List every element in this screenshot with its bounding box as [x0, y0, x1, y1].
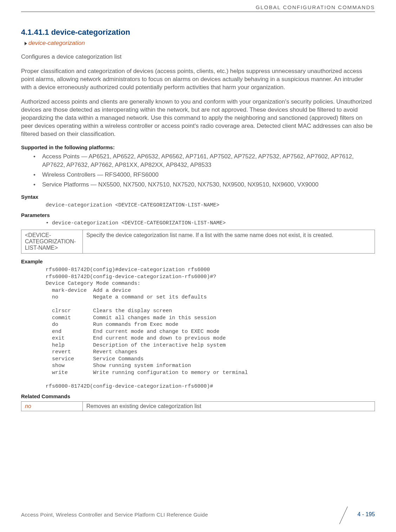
footer-divider-icon: [336, 507, 350, 521]
related-cmd: no: [21, 402, 83, 411]
supported-heading: Supported in the following platforms:: [21, 144, 375, 150]
table-row: no Removes an existing device categoriza…: [21, 402, 375, 411]
example-code: rfs6000-81742D(config)#device-categoriza…: [46, 267, 375, 390]
parameters-table: <DEVICE-CATEGORIZATION-LIST-NAME> Specif…: [21, 230, 375, 254]
footer-title: Access Point, Wireless Controller and Se…: [21, 512, 208, 518]
supported-list: Access Points — AP6521, AP6522, AP6532, …: [21, 152, 375, 189]
intro-text: Configures a device categorization list: [21, 53, 375, 61]
breadcrumb-text: device-categorization: [28, 40, 85, 46]
example-heading: Example: [21, 258, 375, 264]
breadcrumb: device-categorization: [25, 40, 375, 47]
syntax-heading: Syntax: [21, 194, 375, 200]
related-table: no Removes an existing device categoriza…: [21, 401, 375, 411]
paragraph-1: Proper classification and categorization…: [21, 67, 375, 92]
page-footer: Access Point, Wireless Controller and Se…: [21, 507, 375, 521]
param-name: <DEVICE-CATEGORIZATION-LIST-NAME>: [21, 230, 83, 254]
list-item: Service Platforms — NX5500, NX7500, NX75…: [21, 180, 375, 189]
header-rule: [21, 12, 375, 12]
page-number: 4 - 195: [357, 511, 375, 518]
arrow-icon: [25, 42, 27, 45]
paragraph-2: Authorized access points and clients are…: [21, 98, 375, 138]
related-heading: Related Commands: [21, 393, 375, 399]
footer-right: 4 - 195: [336, 507, 375, 521]
table-row: <DEVICE-CATEGORIZATION-LIST-NAME> Specif…: [21, 230, 375, 254]
parameters-bullet: • device-categorization <DEVICE-CATEGORI…: [46, 220, 375, 226]
header-context: GLOBAL CONFIGURATION COMMANDS: [21, 0, 375, 10]
section-title: 4.1.41.1 device-categorization: [21, 28, 375, 37]
list-item: Access Points — AP6521, AP6522, AP6532, …: [21, 152, 375, 169]
list-item: Wireless Controllers — RFS4000, RFS6000: [21, 171, 375, 179]
parameters-heading: Parameters: [21, 212, 375, 218]
related-desc: Removes an existing device categorizatio…: [83, 402, 375, 411]
param-desc: Specify the device categorization list n…: [83, 230, 375, 254]
syntax-code: device-categorization <DEVICE-CATEGORIZA…: [46, 202, 375, 209]
